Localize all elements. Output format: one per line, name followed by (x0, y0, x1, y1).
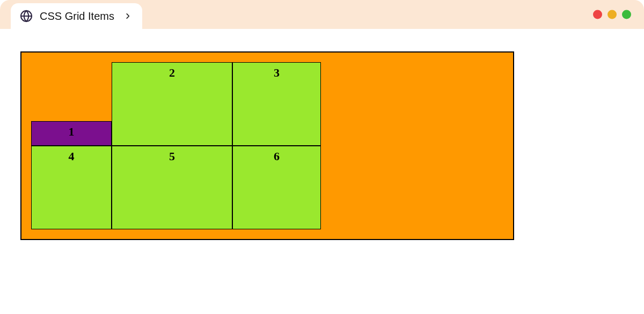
grid-item-1: 1 (31, 121, 112, 146)
tab-title: CSS Grid Items (40, 10, 114, 23)
close-button[interactable] (593, 10, 602, 19)
grid-item-5: 5 (112, 146, 232, 229)
grid-item-3: 3 (232, 62, 321, 146)
window-controls (593, 10, 631, 19)
grid-item-2: 2 (112, 62, 232, 146)
page-content: 2 3 4 5 6 1 (0, 29, 644, 263)
titlebar: CSS Grid Items (0, 0, 644, 29)
grid-item-4: 4 (31, 146, 112, 229)
browser-tab[interactable]: CSS Grid Items (11, 3, 142, 29)
maximize-button[interactable] (622, 10, 631, 19)
minimize-button[interactable] (608, 10, 617, 19)
grid-item-6: 6 (232, 146, 321, 229)
globe-icon (19, 9, 33, 23)
grid-inner: 2 3 4 5 6 1 (31, 62, 321, 229)
chevron-right-icon (123, 11, 133, 21)
grid-container: 2 3 4 5 6 1 (20, 51, 514, 240)
